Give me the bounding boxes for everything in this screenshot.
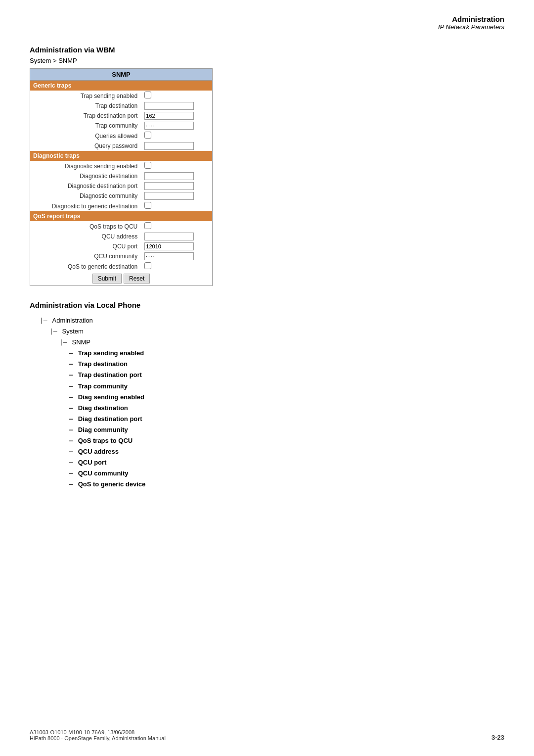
row-label: Diagnostic to generic destination: [30, 201, 142, 211]
snmp-section-header: Diagnostic traps: [30, 151, 213, 161]
table-row: QoS to generic destination: [30, 261, 213, 272]
row-value[interactable]: [141, 191, 212, 201]
row-label: Queries allowed: [30, 131, 142, 141]
table-row: Trap sending enabled: [30, 91, 213, 101]
tree-level2-label: SNMP: [72, 337, 90, 348]
tree-item-label: Diag destination port: [78, 414, 142, 425]
tree-item-label: QCU address: [78, 446, 119, 457]
tree-root: |— Administration: [40, 315, 504, 326]
row-value[interactable]: [141, 181, 212, 191]
tree-item-label: QoS to generic device: [78, 479, 146, 490]
list-item: — Diag sending enabled: [69, 392, 504, 403]
row-label: Diagnostic community: [30, 191, 142, 201]
checkbox-input[interactable]: [144, 162, 151, 169]
tree-item-label: Diag community: [78, 425, 128, 435]
list-item: — Diag destination: [69, 403, 504, 414]
text-input[interactable]: [144, 182, 194, 190]
footer-page: 3-23: [491, 734, 504, 741]
header-title: Administration: [30, 15, 504, 23]
checkbox-input[interactable]: [144, 202, 151, 209]
checkbox-input[interactable]: [144, 262, 151, 269]
table-row: Queries allowed: [30, 131, 213, 141]
list-item: — QCU address: [69, 446, 504, 457]
row-label: Diagnostic destination port: [30, 181, 142, 191]
row-label: Diagnostic destination: [30, 171, 142, 181]
row-value[interactable]: [141, 101, 212, 111]
table-row: QCU port: [30, 241, 213, 251]
row-value[interactable]: [141, 201, 212, 211]
row-value[interactable]: [141, 91, 212, 101]
text-input[interactable]: [144, 102, 194, 110]
footer-doc-id: A31003-O1010-M100-10-76A9, 13/06/2008: [30, 729, 504, 735]
list-item: — Diag destination port: [69, 414, 504, 425]
tree-item-label: QCU port: [78, 457, 107, 468]
tree-item-label: Diag sending enabled: [78, 392, 144, 403]
row-label: QoS to generic destination: [30, 261, 142, 272]
table-row: Diagnostic sending enabled: [30, 161, 213, 171]
snmp-table: SNMP Generic trapsTrap sending enabledTr…: [30, 68, 213, 286]
row-value[interactable]: [141, 111, 212, 121]
row-value[interactable]: [141, 221, 212, 232]
text-input[interactable]: [144, 122, 194, 130]
row-value[interactable]: [141, 171, 212, 181]
list-item: — Trap community: [69, 381, 504, 392]
checkbox-input[interactable]: [144, 92, 151, 98]
row-value[interactable]: [141, 121, 212, 131]
button-row: SubmitReset: [30, 272, 213, 286]
table-row: Trap destination: [30, 101, 213, 111]
row-value[interactable]: [141, 251, 212, 261]
list-item: — Trap destination: [69, 359, 504, 370]
table-row: QCU address: [30, 232, 213, 241]
snmp-section-header: Generic traps: [30, 81, 213, 91]
table-row: Diagnostic to generic destination: [30, 201, 213, 211]
checkbox-input[interactable]: [144, 132, 151, 139]
list-item: — QoS traps to QCU: [69, 435, 504, 446]
tree-level2: |— SNMP: [59, 337, 504, 348]
submit-button[interactable]: Submit: [92, 274, 122, 284]
row-label: Trap sending enabled: [30, 91, 142, 101]
table-row: QoS traps to QCU: [30, 221, 213, 232]
table-row: Diagnostic destination port: [30, 181, 213, 191]
row-value[interactable]: [141, 141, 212, 151]
row-value[interactable]: [141, 241, 212, 251]
table-row: Trap community: [30, 121, 213, 131]
row-value[interactable]: [141, 161, 212, 171]
table-row: Diagnostic community: [30, 191, 213, 201]
table-row: Diagnostic destination: [30, 171, 213, 181]
text-input[interactable]: [144, 172, 194, 180]
list-item: — QCU port: [69, 457, 504, 468]
list-item: — Trap sending enabled: [69, 348, 504, 359]
text-input[interactable]: [144, 142, 194, 150]
row-label: Trap destination: [30, 101, 142, 111]
row-value[interactable]: [141, 261, 212, 272]
row-label: QoS traps to QCU: [30, 221, 142, 232]
list-item: — Diag community: [69, 425, 504, 435]
row-label: QCU address: [30, 232, 142, 241]
text-input[interactable]: [144, 192, 194, 200]
reset-button[interactable]: Reset: [124, 274, 150, 284]
wbm-section-title: Administration via WBM: [30, 46, 504, 54]
local-phone-tree: |— Administration |— System |— SNMP — Tr…: [40, 315, 504, 490]
text-input[interactable]: [144, 252, 194, 260]
snmp-section-header: QoS report traps: [30, 211, 213, 221]
text-input[interactable]: [144, 242, 194, 250]
tree-item-label: Trap community: [78, 381, 128, 392]
tree-item-label: QCU community: [78, 468, 129, 479]
tree-level1-label: System: [62, 326, 83, 337]
checkbox-input[interactable]: [144, 222, 151, 229]
row-value[interactable]: [141, 232, 212, 241]
tree-level1: |— System: [49, 326, 504, 337]
table-row: Query password: [30, 141, 213, 151]
row-value[interactable]: [141, 131, 212, 141]
row-label: QCU community: [30, 251, 142, 261]
list-item: — QCU community: [69, 468, 504, 479]
text-input[interactable]: [144, 233, 194, 240]
row-label: QCU port: [30, 241, 142, 251]
tree-item-label: Trap sending enabled: [78, 348, 144, 359]
row-label: Trap community: [30, 121, 142, 131]
header-subtitle: IP Network Parameters: [30, 23, 504, 31]
table-row: Trap destination port: [30, 111, 213, 121]
list-item: — Trap destination port: [69, 370, 504, 380]
text-input[interactable]: [144, 112, 194, 120]
row-label: Diagnostic sending enabled: [30, 161, 142, 171]
